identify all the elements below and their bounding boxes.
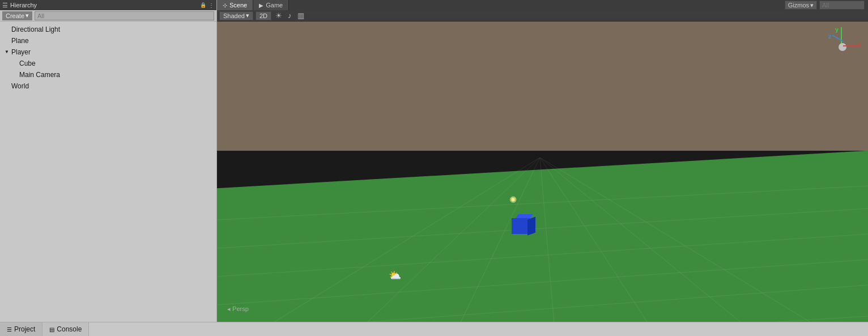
hierarchy-item-player[interactable]: ▼ Player <box>0 46 216 58</box>
console-tab-icon: ▤ <box>49 326 54 333</box>
scene-tab[interactable]: ⊹ Scene <box>217 0 253 10</box>
create-button[interactable]: Create ▾ <box>2 11 32 20</box>
gizmo-z-label: z <box>828 33 832 40</box>
hierarchy-header: ☰ Hierarchy 🔒 ⋮ <box>0 0 216 10</box>
cube-right-face <box>527 216 535 235</box>
hierarchy-toolbar: Create ▾ <box>0 10 216 22</box>
toolbar-left: Shaded ▾ 2D ☀ ♪ ▥ <box>219 11 306 20</box>
scene-tab-icon: ⊹ <box>223 2 227 8</box>
create-arrow-icon: ▾ <box>25 12 29 19</box>
create-label: Create <box>6 12 24 19</box>
gizmos-button[interactable]: Gizmos ▾ <box>785 1 817 10</box>
sky-background <box>217 22 868 151</box>
console-tab[interactable]: ▤ Console <box>42 322 89 336</box>
hierarchy-menu-icon: ☰ <box>2 2 8 9</box>
audio-toolbar-icon[interactable]: ♪ <box>286 11 293 20</box>
hierarchy-title: Hierarchy <box>10 2 198 8</box>
hierarchy-more-icon[interactable]: ⋮ <box>209 2 214 8</box>
scene-search-input[interactable] <box>819 1 865 10</box>
shading-label: Shaded <box>223 12 245 19</box>
hierarchy-item-plane[interactable]: Plane <box>0 35 216 46</box>
console-tab-label: Console <box>57 325 82 333</box>
player-label: Player <box>11 48 31 57</box>
game-tab-icon: ▶ <box>259 2 263 8</box>
tabs-bar: ⊹ Scene ▶ Game Gizmos ▾ <box>217 0 868 10</box>
camera-gizmo: ⛅ <box>389 269 401 282</box>
game-tab[interactable]: ▶ Game <box>253 0 289 10</box>
shading-dropdown[interactable]: Shaded ▾ <box>219 11 253 20</box>
shading-arrow-icon: ▾ <box>246 12 249 19</box>
camera-glyph: ⛅ <box>389 270 401 281</box>
tabs-spacer <box>289 0 781 10</box>
hierarchy-lock-icon[interactable]: 🔒 <box>200 2 206 8</box>
bottom-spacer <box>89 322 868 336</box>
2d-label: 2D <box>259 12 267 19</box>
scene-gizmo-widget: y x z <box>823 27 862 67</box>
scene-tab-label: Scene <box>229 2 247 8</box>
directional-light-label: Directional Light <box>11 25 60 34</box>
2d-button[interactable]: 2D <box>256 11 271 20</box>
cube-3d-object <box>512 214 534 234</box>
plane-label: Plane <box>11 36 29 45</box>
cube-label: Cube <box>19 59 36 68</box>
directional-light-gizmo: ✺ <box>509 194 517 205</box>
gizmo-x-label: x <box>858 41 861 48</box>
project-tab-icon: ☰ <box>7 326 12 333</box>
hierarchy-tree: Directional Light Plane ▼ Player Cube Ma… <box>0 22 216 322</box>
persp-label: ◂ Persp <box>227 305 249 313</box>
fx-toolbar-icon[interactable]: ▥ <box>296 11 306 20</box>
view-area: ⊹ Scene ▶ Game Gizmos ▾ Shaded ▾ <box>217 0 868 322</box>
hierarchy-item-cube[interactable]: Cube <box>0 58 216 69</box>
project-tab[interactable]: ☰ Project <box>0 322 42 336</box>
hierarchy-item-world[interactable]: World <box>0 80 216 92</box>
hierarchy-item-directional-light[interactable]: Directional Light <box>0 24 216 35</box>
gizmo-x-axis <box>843 45 859 46</box>
scene-viewport[interactable]: ✺ ⛅ ◂ Persp y x z <box>217 22 868 322</box>
hierarchy-panel: ☰ Hierarchy 🔒 ⋮ Create ▾ Directional Lig… <box>0 0 217 322</box>
main-camera-label: Main Camera <box>19 70 60 79</box>
sun-glyph: ✺ <box>509 195 517 205</box>
sun-toolbar-icon[interactable]: ☀ <box>274 11 284 20</box>
game-tab-label: Game <box>266 2 283 8</box>
bottom-bar: ☰ Project ▤ Console <box>0 322 868 336</box>
scene-toolbar: Shaded ▾ 2D ☀ ♪ ▥ <box>217 10 868 22</box>
gizmos-label: Gizmos <box>788 2 809 8</box>
world-label: World <box>11 82 29 91</box>
gizmo-center-sphere <box>839 43 846 51</box>
project-tab-label: Project <box>14 325 35 333</box>
ground-plane <box>217 151 868 322</box>
gizmos-arrow-icon: ▾ <box>810 2 814 9</box>
hierarchy-item-main-camera[interactable]: Main Camera <box>0 69 216 80</box>
tree-arrow-player: ▼ <box>5 48 10 57</box>
hierarchy-search-input[interactable] <box>35 11 214 20</box>
tabs-right-controls: Gizmos ▾ <box>781 0 868 10</box>
gizmo-y-label: y <box>835 26 839 33</box>
